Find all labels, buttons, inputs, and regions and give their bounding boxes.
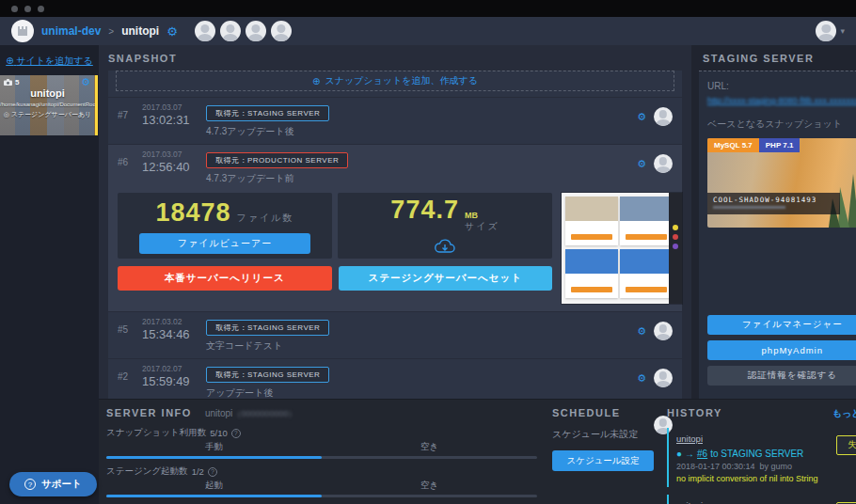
snapshot-heading: SNAPSHOT [108, 53, 682, 64]
help-icon[interactable]: ? [208, 467, 217, 477]
support-label: サポート [41, 478, 82, 491]
snapshot-row[interactable]: #7 2017.03.07 13:02:31 取得元：STAGING SERVE… [108, 97, 682, 144]
file-manager-button[interactable]: ファイルマネージャー [707, 315, 856, 335]
add-site-link[interactable]: ⊕ サイトを追加する [0, 53, 99, 75]
site-card-unitopi[interactable]: 5 ⚙ unitopi /home/kusanagi/unitopi/Docum… [0, 75, 98, 135]
thumb-sidebar [669, 193, 682, 304]
history-error-message: no implicit conversion of nil into Strin… [676, 474, 818, 483]
cloud-download-icon[interactable] [434, 237, 456, 256]
window-control-dot[interactable] [38, 6, 44, 12]
add-snapshot-button[interactable]: ⊕ スナップショットを追加、作成する [116, 71, 674, 91]
app-logo[interactable] [11, 20, 34, 42]
history-action: ●→ #6 to STAGING SERVER [676, 449, 818, 459]
history-site-link[interactable]: unitopi [676, 500, 703, 504]
snapshot-description: 4.7.3アップデート後 [206, 125, 637, 138]
boot-meter-captions: 起動 空き [106, 480, 537, 492]
snapshot-gear-icon[interactable]: ⚙ [637, 373, 646, 384]
history-more-link[interactable]: もっと見る [832, 407, 856, 420]
snapshot-date: 2017.03.07 [142, 102, 206, 112]
snapshot-row[interactable]: #6 2017.03.07 12:56:40 取得元：PRODUCTION SE… [108, 145, 682, 191]
member-avatar[interactable] [220, 21, 241, 41]
phpmyadmin-button[interactable]: phpMyAdmin [707, 340, 856, 360]
account-menu[interactable]: ▾ [816, 21, 845, 41]
snapshot-info: 取得元：STAGING SERVER 文字コードテスト [206, 317, 637, 353]
history-site-link[interactable]: unitopi [676, 433, 703, 444]
server-info-masked: （0000000000） [232, 408, 296, 420]
snapshot-description: 文字コードテスト [206, 339, 637, 353]
snapshot-time: 12:56:40 [142, 160, 206, 174]
staging-url-link[interactable]: http://xxxx-staging-8080-f8b.xxx.xxxxxxx… [707, 96, 856, 105]
file-count-panel: 18478 ファイル数 ファイルビューアー [118, 193, 332, 259]
window-control-dot[interactable] [11, 6, 18, 12]
caption-subline [713, 206, 785, 209]
snapshot-info: 取得元：STAGING SERVER 4.7.3アップデート後 [206, 102, 637, 138]
snapshot-number: #5 [118, 317, 142, 335]
site-settings-gear-icon[interactable]: ⚙ [166, 25, 178, 38]
thumb-card [565, 197, 618, 245]
failure-badge[interactable]: 失敗 [836, 435, 856, 455]
snapshot-gear-icon[interactable]: ⚙ [637, 159, 646, 169]
snapshot-author-avatar [654, 322, 673, 340]
size-value: 774.7 [390, 196, 459, 225]
site-card-path: /home/kusanagi/unitopi/DocumentRoot [0, 102, 95, 107]
size-label: サイズ [465, 221, 499, 231]
chevron-down-icon[interactable]: ▾ [840, 26, 845, 36]
app-window: unimal-dev > unitopi ⚙ ▾ ⊕ サイトを追加する [0, 0, 856, 504]
base-snapshot-label: ベースとなるスナップショット [707, 118, 856, 131]
bottom-panel: SERVER INFO unitopi（0000000000） スナップショット… [99, 399, 856, 504]
snapshot-row-actions: ⚙ [637, 317, 673, 340]
window-control-dot[interactable] [24, 6, 31, 12]
snapshot-row-actions: ⚙ [637, 102, 673, 126]
size-unit: MB [465, 212, 499, 221]
credentials-button[interactable]: 認証情報を確認する [707, 366, 856, 386]
snapshot-number: #6 [118, 150, 142, 167]
member-avatar[interactable] [195, 21, 215, 41]
member-avatar[interactable] [271, 21, 292, 41]
app-header: unimal-dev > unitopi ⚙ ▾ [0, 17, 856, 45]
help-icon[interactable]: ? [231, 429, 241, 438]
history-snapshot-link[interactable]: #6 [697, 449, 707, 459]
support-button[interactable]: ? サポート [9, 472, 97, 496]
snapshot-usage-meter [106, 456, 537, 459]
usage-value: 5/10 [210, 428, 228, 438]
source-badge: 取得元：PRODUCTION SERVER [206, 152, 348, 168]
snapshot-info: 取得元：PRODUCTION SERVER 4.7.3アップデート前 [206, 150, 637, 185]
site-card-gear-icon[interactable]: ⚙ [81, 77, 90, 87]
snapshot-info: 取得元：STAGING SERVER アップデート後 [206, 364, 637, 400]
sites-sidebar: ⊕ サイトを追加する 5 ⚙ unitopi /home/kusanagi/un… [0, 45, 99, 504]
schedule-settings-button[interactable]: スケジュール設定 [552, 450, 654, 471]
boot-value: 1/2 [192, 466, 204, 477]
dot-icon: ● [676, 449, 682, 459]
member-avatar[interactable] [246, 21, 266, 41]
snapshot-date: 2017.02.07 [142, 364, 206, 373]
staging-card: URL: ⚙ http://xxxx-staging-8080-f8b.xxx.… [699, 71, 856, 399]
set-to-staging-button[interactable]: ステージングサーバーへセット [339, 266, 553, 291]
thumb-card [620, 197, 673, 245]
thumb-card [565, 249, 618, 298]
breadcrumb-team-link[interactable]: unimal-dev [41, 24, 101, 38]
staging-boot-label: ステージング起動数 1/2 ? [106, 465, 537, 478]
history-heading: HISTORY [667, 407, 722, 418]
source-badge: 取得元：STAGING SERVER [206, 367, 329, 383]
snapshot-usage-label: スナップショット利用数 5/10 ? [106, 427, 537, 439]
snapshot-number: #2 [118, 364, 142, 382]
account-avatar[interactable] [816, 21, 836, 41]
release-to-production-button[interactable]: 本番サーバーへリリース [118, 266, 332, 291]
snapshot-date: 2017.03.02 [142, 317, 206, 326]
boot-right-caption: 空き [322, 480, 537, 492]
snapshot-row[interactable]: #5 2017.03.02 15:34:46 取得元：STAGING SERVE… [108, 311, 682, 358]
history-time-text: 2018-01-17 00:30:14 [676, 462, 755, 471]
staging-snapshot-photo: MySQL 5.7 PHP 7.1 COOL-SHADOW-94081493 [707, 138, 856, 228]
history-author: by gumo [760, 462, 793, 471]
snapshot-author-avatar [654, 369, 673, 387]
snapshot-gear-icon[interactable]: ⚙ [637, 112, 646, 122]
snapshot-time: 15:34:46 [142, 327, 206, 341]
file-viewer-button[interactable]: ファイルビューアー [139, 233, 310, 254]
boot-label-text: ステージング起動数 [106, 465, 188, 478]
history-entry: unitopi ●→ #6 to STAGING SERVER 2018-01-… [667, 428, 856, 487]
castle-logo-icon [16, 24, 29, 38]
snapshot-datetime: 2017.02.07 15:59:49 [142, 364, 206, 388]
staging-heading: STAGING SERVER [699, 53, 856, 64]
snapshot-gear-icon[interactable]: ⚙ [637, 326, 646, 337]
snapshot-datetime: 2017.03.07 13:02:31 [142, 102, 206, 127]
